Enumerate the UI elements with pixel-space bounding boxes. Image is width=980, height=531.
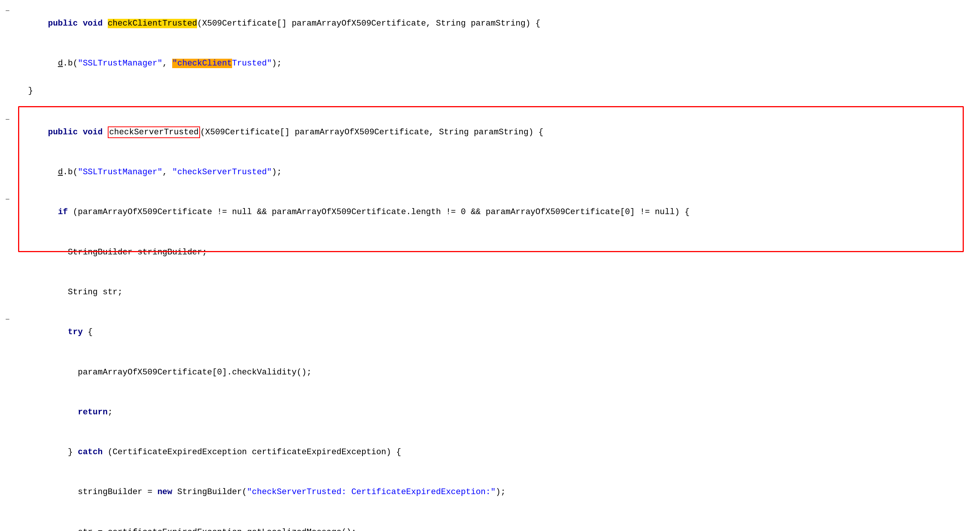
code-line-8: String str;: [15, 273, 980, 312]
code-line-7: StringBuilder stringBuilder;: [15, 233, 980, 273]
gutter-1: −: [0, 4, 15, 17]
gutter-12: [0, 433, 15, 434]
code-line-4: public void checkServerTrusted(X509Certi…: [15, 113, 980, 152]
code-blank-1: [15, 98, 980, 113]
gutter-8: [0, 273, 15, 274]
code-line-9: try {: [15, 312, 980, 352]
gutter-2: [0, 44, 15, 45]
code-line-13: stringBuilder = new StringBuilder("check…: [15, 472, 980, 512]
code-line-2: d.b("SSLTrustManager", "checkClientTrust…: [15, 44, 980, 84]
code-container: − public void checkClientTrusted(X509Cer…: [0, 0, 980, 531]
line-13: stringBuilder = new StringBuilder("check…: [0, 472, 980, 512]
gutter-13: [0, 472, 15, 474]
gutter-b1: [0, 98, 15, 100]
line-9: − try {: [0, 312, 980, 352]
gutter-7: [0, 233, 15, 234]
code-line-1: public void checkClientTrusted(X509Certi…: [15, 4, 980, 44]
gutter-3: [0, 84, 15, 86]
line-blank-1: [0, 98, 980, 113]
line-1: − public void checkClientTrusted(X509Cer…: [0, 4, 980, 44]
line-10: paramArrayOfX509Certificate[0].checkVali…: [0, 352, 980, 392]
line-5: d.b("SSLTrustManager", "checkServerTrust…: [0, 152, 980, 192]
code-line-12: } catch (CertificateExpiredException cer…: [15, 433, 980, 472]
code-line-6: if (paramArrayOfX509Certificate != null …: [15, 192, 980, 232]
code-line-11: return;: [15, 393, 980, 433]
line-14: str = certificateExpiredException.getLoc…: [0, 512, 980, 531]
code-line-3: }: [15, 84, 980, 98]
line-7: StringBuilder stringBuilder;: [0, 233, 980, 273]
code-line-5: d.b("SSLTrustManager", "checkServerTrust…: [15, 152, 980, 192]
line-3: }: [0, 84, 980, 98]
gutter-4: −: [0, 113, 15, 126]
line-11: return;: [0, 393, 980, 433]
gutter-11: [0, 393, 15, 394]
line-12: } catch (CertificateExpiredException cer…: [0, 433, 980, 472]
code-line-10: paramArrayOfX509Certificate[0].checkVali…: [15, 352, 980, 392]
line-4: − public void checkServerTrusted(X509Cer…: [0, 113, 980, 152]
gutter-5: [0, 152, 15, 154]
code-line-14: str = certificateExpiredException.getLoc…: [15, 512, 980, 531]
line-8: String str;: [0, 273, 980, 312]
line-6: − if (paramArrayOfX509Certificate != nul…: [0, 192, 980, 232]
gutter-6: −: [0, 192, 15, 206]
gutter-10: [0, 352, 15, 354]
gutter-14: [0, 512, 15, 514]
line-2: d.b("SSLTrustManager", "checkClientTrust…: [0, 44, 980, 84]
gutter-9: −: [0, 312, 15, 325]
